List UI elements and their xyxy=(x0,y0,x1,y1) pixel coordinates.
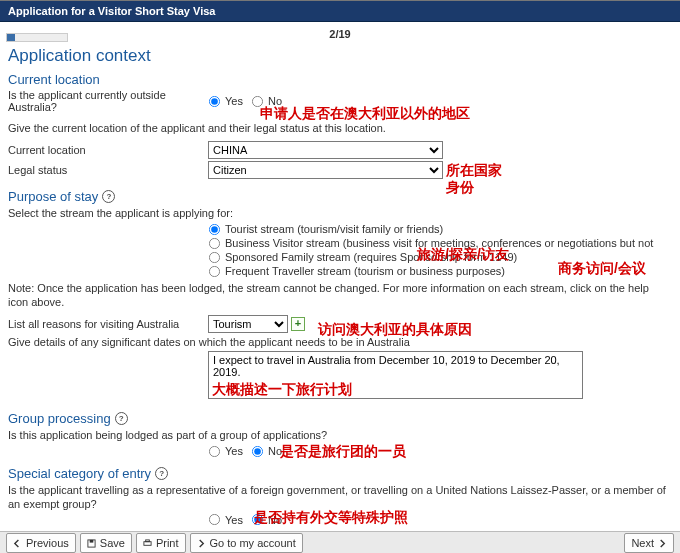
next-button[interactable]: Next xyxy=(624,533,674,553)
help-icon[interactable]: ? xyxy=(102,190,115,203)
label-yes: Yes xyxy=(225,514,243,526)
step-indicator: 2/19 xyxy=(8,28,672,40)
textarea-details[interactable] xyxy=(208,351,583,399)
select-stream-text: Select the stream the applicant is apply… xyxy=(8,206,672,220)
label-reasons: List all reasons for visiting Australia xyxy=(8,318,208,330)
svg-rect-2 xyxy=(144,541,151,545)
radio-frequent-stream[interactable] xyxy=(209,266,220,277)
q-special: Is the applicant travelling as a represe… xyxy=(8,483,672,512)
radio-group-yes[interactable] xyxy=(209,446,220,457)
opt-tourist: Tourist stream (tourism/visit family or … xyxy=(225,223,443,235)
label-no: No xyxy=(268,445,282,457)
save-button[interactable]: Save xyxy=(80,533,132,553)
progress-bar xyxy=(6,33,68,42)
opt-frequent: Frequent Traveller stream (tourism or bu… xyxy=(225,265,505,277)
radio-tourist-stream[interactable] xyxy=(209,224,220,235)
svg-rect-1 xyxy=(89,539,93,542)
radio-group-no[interactable] xyxy=(252,446,263,457)
window-title: Application for a Visitor Short Stay Vis… xyxy=(0,1,680,22)
radio-business-stream[interactable] xyxy=(209,238,220,249)
label-yes: Yes xyxy=(225,445,243,457)
radio-sponsored-stream[interactable] xyxy=(209,252,220,263)
help-icon[interactable]: ? xyxy=(155,467,168,480)
select-current-location[interactable]: CHINA xyxy=(208,141,443,159)
radio-outside-yes[interactable] xyxy=(209,95,220,106)
print-icon xyxy=(143,539,152,548)
select-reason[interactable]: Tourism xyxy=(208,315,288,333)
radio-outside-no[interactable] xyxy=(252,95,263,106)
svg-rect-3 xyxy=(146,539,150,541)
q-group: Is this application being lodged as part… xyxy=(8,428,672,442)
radio-special-no[interactable] xyxy=(252,514,263,525)
previous-button[interactable]: Previous xyxy=(6,533,76,553)
label-no: No xyxy=(268,514,282,526)
label-details: Give details of any significant dates on… xyxy=(8,335,672,349)
stream-note: Note: Once the application has been lodg… xyxy=(8,281,672,310)
label-current-location: Current location xyxy=(8,144,208,156)
give-location-text: Give the current location of the applica… xyxy=(8,121,672,135)
footer-bar: Previous Save Print Go to my account Nex… xyxy=(0,531,680,553)
q-outside-australia: Is the applicant currently outside Austr… xyxy=(8,89,208,113)
chevron-right-icon xyxy=(197,539,206,548)
label-no: No xyxy=(268,95,282,107)
add-reason-icon[interactable]: + xyxy=(291,317,305,331)
label-yes: Yes xyxy=(225,95,243,107)
heading-context: Application context xyxy=(8,46,672,66)
heading-purpose: Purpose of stay ? xyxy=(8,189,672,204)
save-icon xyxy=(87,539,96,548)
select-legal-status[interactable]: Citizen xyxy=(208,161,443,179)
heading-group: Group processing ? xyxy=(8,411,672,426)
label-legal-status: Legal status xyxy=(8,164,208,176)
opt-sponsored: Sponsored Family stream (requires Sponso… xyxy=(225,251,517,263)
print-button[interactable]: Print xyxy=(136,533,186,553)
goto-account-button[interactable]: Go to my account xyxy=(190,533,303,553)
help-icon[interactable]: ? xyxy=(115,412,128,425)
opt-business: Business Visitor stream (business visit … xyxy=(225,237,653,249)
heading-special: Special category of entry ? xyxy=(8,466,672,481)
heading-current-location: Current location xyxy=(8,72,672,87)
radio-special-yes[interactable] xyxy=(209,514,220,525)
chevron-left-icon xyxy=(13,539,22,548)
chevron-right-icon xyxy=(658,539,667,548)
